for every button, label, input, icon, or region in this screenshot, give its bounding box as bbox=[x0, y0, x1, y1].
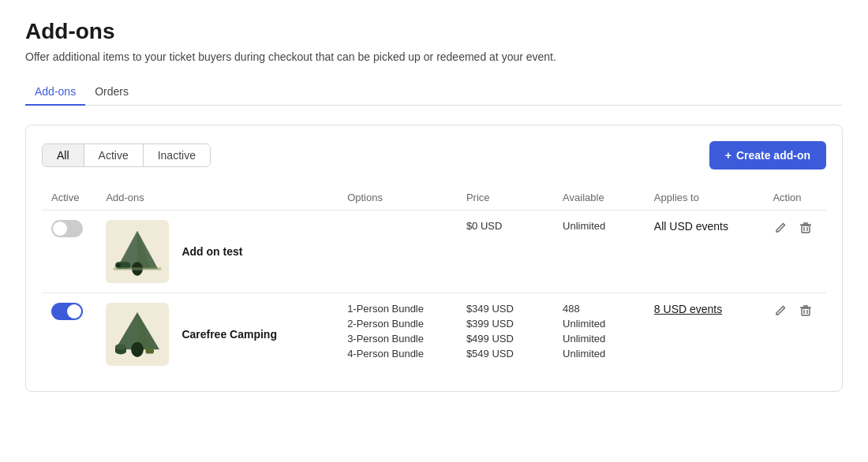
header-price: Price bbox=[457, 185, 553, 211]
svg-rect-6 bbox=[802, 225, 810, 233]
addon-options-camping: 1-Person Bundle 2-Person Bundle 3-Person… bbox=[338, 293, 457, 376]
header-action: Action bbox=[763, 185, 826, 211]
action-icons-camping bbox=[773, 303, 817, 322]
addon-available-test: Unlimited bbox=[553, 211, 645, 293]
header-addons: Add-ons bbox=[96, 185, 338, 211]
addon-name-test: Add on test bbox=[181, 245, 242, 258]
addon-applies-camping: 8 USD events bbox=[645, 293, 764, 376]
delete-button-camping[interactable] bbox=[798, 303, 814, 322]
create-addon-button[interactable]: + Create add-on bbox=[709, 141, 826, 170]
addon-thumbnail-test bbox=[106, 220, 169, 283]
filter-row: All Active Inactive + Create add-on bbox=[42, 141, 826, 170]
plus-icon: + bbox=[725, 149, 731, 162]
svg-rect-15 bbox=[802, 308, 810, 315]
header-applies-to: Applies to bbox=[645, 185, 764, 211]
create-addon-label: Create add-on bbox=[736, 149, 810, 162]
svg-rect-4 bbox=[117, 263, 121, 267]
toggle-add-on-test[interactable] bbox=[51, 220, 83, 237]
svg-point-10 bbox=[132, 342, 144, 357]
addon-price-test: $0 USD bbox=[457, 211, 553, 293]
addon-available-camping: 488 Unlimited Unlimited Unlimited bbox=[553, 293, 645, 376]
addon-cell-camping: Carefree Camping bbox=[106, 303, 328, 366]
addon-applies-test: All USD events bbox=[645, 211, 764, 293]
delete-button-test[interactable] bbox=[798, 220, 814, 239]
addon-options-test bbox=[338, 211, 457, 293]
tab-addons[interactable]: Add-ons bbox=[25, 79, 85, 106]
svg-rect-5 bbox=[114, 267, 162, 270]
main-card: All Active Inactive + Create add-on Acti… bbox=[25, 125, 843, 392]
filter-all[interactable]: All bbox=[43, 144, 84, 166]
filter-group: All Active Inactive bbox=[42, 143, 211, 167]
page-description: Offer additional items to your ticket bu… bbox=[25, 50, 843, 63]
tab-orders[interactable]: Orders bbox=[85, 79, 138, 106]
header-active: Active bbox=[42, 185, 96, 211]
tab-bar: Add-ons Orders bbox=[25, 79, 843, 106]
page-title: Add-ons bbox=[25, 19, 843, 44]
addons-table: Active Add-ons Options Price Available A… bbox=[42, 185, 826, 375]
action-icons-test bbox=[773, 220, 817, 239]
addon-price-camping: $349 USD $399 USD $499 USD $549 USD bbox=[457, 293, 553, 376]
filter-inactive[interactable]: Inactive bbox=[144, 144, 210, 166]
table-row: Add on test $0 USD Unlimited All USD eve… bbox=[42, 211, 826, 293]
svg-point-13 bbox=[115, 344, 126, 349]
addon-cell-test: Add on test bbox=[106, 220, 328, 283]
addon-thumbnail-camping bbox=[106, 303, 169, 366]
filter-active[interactable]: Active bbox=[84, 144, 144, 166]
header-available: Available bbox=[553, 185, 645, 211]
edit-button-test[interactable] bbox=[773, 220, 788, 239]
svg-rect-14 bbox=[146, 348, 155, 354]
table-row: Carefree Camping 1-Person Bundle 2-Perso… bbox=[42, 293, 826, 376]
edit-button-camping[interactable] bbox=[773, 303, 788, 322]
addon-name-camping: Carefree Camping bbox=[181, 328, 277, 341]
applies-to-link-camping[interactable]: 8 USD events bbox=[654, 303, 722, 315]
toggle-carefree-camping[interactable] bbox=[51, 303, 83, 320]
header-options: Options bbox=[338, 185, 457, 211]
